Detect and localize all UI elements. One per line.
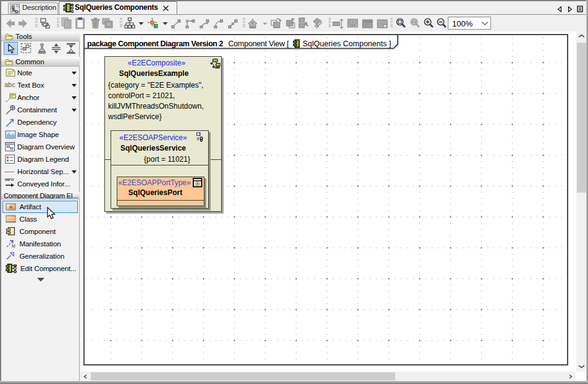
- svg-text:A: A: [9, 204, 13, 210]
- svg-text:M: M: [12, 244, 15, 248]
